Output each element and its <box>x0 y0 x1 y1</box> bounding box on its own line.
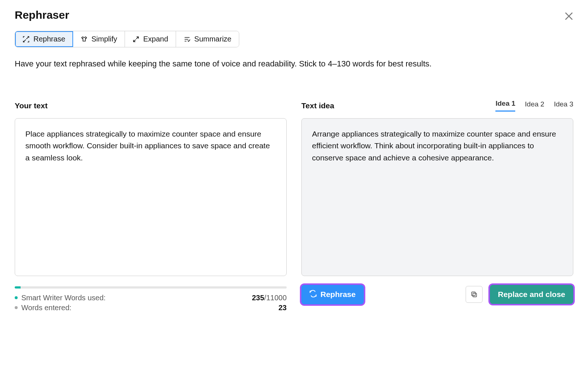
tab-label: Rephrase <box>33 35 65 43</box>
your-text-column: Your text Smart Writer Words used: 235/1… <box>15 99 287 313</box>
text-idea-label: Text idea <box>301 101 334 110</box>
close-icon <box>563 10 575 22</box>
copy-icon <box>470 291 478 298</box>
dot-icon <box>15 306 18 309</box>
your-text-label: Your text <box>15 101 47 110</box>
page-title: Rephraser <box>15 9 573 21</box>
your-text-input[interactable] <box>15 118 287 276</box>
stat-words-used: Smart Writer Words used: 235/11000 <box>15 294 287 302</box>
tab-label: Expand <box>143 35 168 43</box>
svg-line-2 <box>136 37 139 39</box>
text-idea-column: Text idea Idea 1 Idea 2 Idea 3 Arrange a… <box>301 99 573 313</box>
tab-label: Simplify <box>92 35 117 43</box>
words-used-value: 235 <box>252 294 264 302</box>
dot-icon <box>15 296 18 299</box>
svg-rect-7 <box>473 293 476 297</box>
stat-words-entered: Words entered: 23 <box>15 304 287 312</box>
copy-button[interactable] <box>466 286 483 303</box>
stat-label: Words entered: <box>21 304 71 312</box>
rephrase-icon <box>309 290 317 299</box>
idea-tab-1[interactable]: Idea 1 <box>495 99 515 112</box>
words-limit-value: /11000 <box>264 294 287 302</box>
summarize-icon <box>183 36 191 43</box>
rephrase-button[interactable]: Rephrase <box>301 285 364 304</box>
button-label: Rephrase <box>320 290 356 299</box>
tab-rephrase[interactable]: Rephrase <box>15 31 73 47</box>
idea-tab-2[interactable]: Idea 2 <box>525 99 544 112</box>
words-entered-value: 23 <box>279 304 287 312</box>
tshirt-icon <box>80 36 88 43</box>
mode-tab-group: Rephrase Simplify Expand Summarize <box>15 31 239 47</box>
expand-icon <box>132 36 140 43</box>
close-button[interactable] <box>563 10 575 23</box>
stat-label: Smart Writer Words used: <box>21 294 105 302</box>
idea-tabs: Idea 1 Idea 2 Idea 3 <box>495 99 573 112</box>
mode-description: Have your text rephrased while keeping t… <box>15 58 573 70</box>
idea-tab-3[interactable]: Idea 3 <box>554 99 573 112</box>
rephrase-icon <box>22 36 30 43</box>
usage-progress-fill <box>15 286 21 289</box>
svg-line-3 <box>133 39 136 41</box>
usage-progress-bar <box>15 286 287 289</box>
tab-summarize[interactable]: Summarize <box>176 31 239 47</box>
tab-simplify[interactable]: Simplify <box>73 31 125 47</box>
svg-rect-8 <box>472 292 475 296</box>
tab-expand[interactable]: Expand <box>125 31 176 47</box>
usage-stats: Smart Writer Words used: 235/11000 Words… <box>15 286 287 312</box>
replace-and-close-button[interactable]: Replace and close <box>490 285 573 304</box>
text-idea-output: Arrange appliances strategically to maxi… <box>301 118 573 276</box>
tab-label: Summarize <box>194 35 232 43</box>
button-label: Replace and close <box>498 290 565 299</box>
